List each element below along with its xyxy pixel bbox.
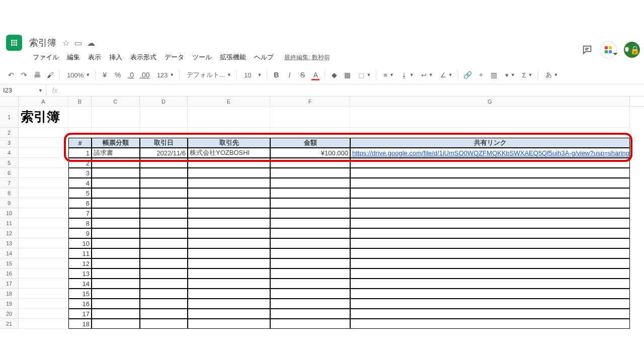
col-header[interactable]: G [350, 97, 630, 106]
cell[interactable] [92, 248, 140, 258]
cell[interactable] [188, 268, 270, 279]
cell[interactable] [68, 107, 92, 128]
cell[interactable] [92, 299, 140, 309]
cell[interactable] [68, 128, 92, 138]
cell[interactable] [19, 158, 68, 168]
cell[interactable] [140, 158, 188, 168]
col-header[interactable]: F [270, 97, 350, 106]
cell[interactable] [19, 248, 68, 258]
font-size-select[interactable]: 10▼ [240, 68, 264, 81]
cell[interactable]: 取引先 [188, 138, 270, 148]
cell[interactable] [19, 198, 68, 208]
cell[interactable] [140, 228, 188, 238]
cell[interactable] [92, 208, 140, 218]
cell[interactable]: 8 [68, 218, 92, 228]
row-header[interactable]: 20 [0, 309, 19, 319]
row-header[interactable]: 2 [0, 128, 19, 138]
cell[interactable] [188, 279, 270, 289]
cell[interactable] [350, 208, 630, 218]
cell[interactable] [140, 178, 188, 188]
col-header[interactable]: D [140, 97, 188, 106]
cell[interactable] [270, 258, 350, 268]
row-header[interactable]: 4 [0, 148, 19, 158]
halign-button[interactable]: ≡▼ [379, 68, 396, 81]
cell[interactable] [350, 188, 630, 198]
cell[interactable] [19, 218, 68, 228]
cell[interactable] [188, 248, 270, 258]
cell[interactable] [270, 238, 350, 248]
row-header[interactable]: 21 [0, 319, 19, 329]
cell[interactable] [270, 128, 350, 138]
cell[interactable] [140, 279, 188, 289]
cell[interactable] [270, 248, 350, 258]
row-header[interactable]: 19 [0, 299, 19, 309]
cell[interactable] [92, 107, 140, 128]
cell[interactable] [92, 228, 140, 238]
menu-format[interactable]: 表示形式 [127, 51, 160, 64]
menu-extensions[interactable]: 拡張機能 [216, 51, 250, 64]
cell[interactable]: 14 [68, 279, 92, 289]
row-header[interactable]: 18 [0, 289, 19, 299]
cell[interactable]: 4 [68, 178, 92, 188]
italic-button[interactable]: I [283, 68, 295, 81]
cell[interactable] [19, 289, 68, 299]
cell[interactable] [350, 268, 630, 279]
cell[interactable] [350, 218, 630, 228]
cell[interactable]: 帳票分類 [92, 138, 140, 148]
cell[interactable]: 7 [68, 208, 92, 218]
cell[interactable] [19, 128, 68, 138]
cell[interactable] [92, 289, 140, 299]
borders-button[interactable]: ▦ [341, 68, 353, 81]
undo-button[interactable]: ↶ [5, 68, 17, 81]
cell[interactable] [140, 319, 188, 329]
cell[interactable] [350, 107, 630, 128]
link-button[interactable]: 🔗 [461, 68, 474, 81]
cell[interactable]: 共有リンク [350, 138, 630, 148]
cell[interactable] [140, 258, 188, 268]
cell[interactable] [92, 319, 140, 329]
cell[interactable] [188, 309, 270, 319]
cell[interactable] [92, 279, 140, 289]
cell[interactable] [188, 188, 270, 198]
cell[interactable] [350, 319, 630, 329]
cell[interactable] [188, 168, 270, 178]
cell[interactable] [19, 319, 68, 329]
cell[interactable] [350, 128, 630, 138]
cell[interactable] [19, 148, 68, 158]
cell[interactable]: 索引簿 [19, 107, 68, 128]
cell[interactable]: 16 [68, 299, 92, 309]
font-select[interactable]: デフォルト...▼ [183, 68, 233, 81]
cell[interactable] [140, 188, 188, 198]
cell[interactable]: 取引日 [140, 138, 188, 148]
cell[interactable]: 15 [68, 289, 92, 299]
cell[interactable] [350, 198, 630, 208]
cell[interactable] [270, 228, 350, 238]
cell[interactable]: 11 [68, 248, 92, 258]
cell[interactable] [188, 258, 270, 268]
cell[interactable] [350, 289, 630, 299]
cell[interactable] [350, 238, 630, 248]
cell[interactable]: 2 [68, 158, 92, 168]
cell[interactable] [92, 198, 140, 208]
cell[interactable] [188, 158, 270, 168]
cell[interactable] [140, 218, 188, 228]
star-icon[interactable]: ☆ [62, 38, 69, 48]
cell[interactable] [19, 279, 68, 289]
redo-button[interactable]: ↷ [18, 68, 30, 81]
merge-button[interactable]: ⬚▼ [354, 68, 373, 81]
paint-format-button[interactable]: 🖌 [44, 68, 56, 81]
cell[interactable] [19, 258, 68, 268]
cell[interactable] [270, 188, 350, 198]
menu-help[interactable]: ヘルプ [251, 51, 277, 64]
cell[interactable] [188, 178, 270, 188]
cell[interactable] [140, 238, 188, 248]
cell[interactable] [19, 178, 68, 188]
document-title[interactable]: 索引簿 [29, 37, 56, 49]
formula-bar[interactable] [63, 84, 644, 96]
cell[interactable]: 18 [68, 319, 92, 329]
row-header[interactable]: 8 [0, 188, 19, 198]
share-button[interactable]: 🔒 [624, 42, 640, 58]
cell[interactable]: # [68, 138, 92, 148]
cell[interactable]: 9 [68, 228, 92, 238]
col-header[interactable]: C [92, 97, 140, 106]
